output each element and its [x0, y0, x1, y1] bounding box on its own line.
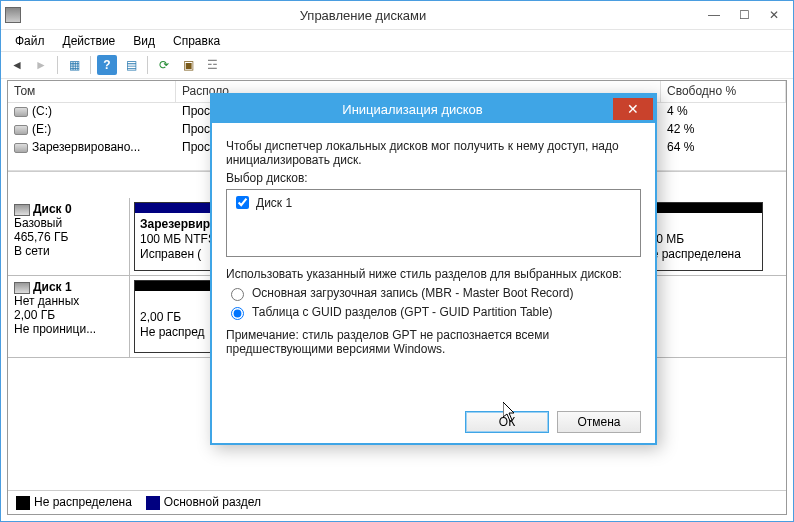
swatch-primary [146, 496, 160, 510]
menu-file[interactable]: Файл [7, 32, 53, 50]
ok-button[interactable]: ОК [465, 411, 549, 433]
disk-checkbox-item[interactable]: Диск 1 [232, 193, 635, 212]
disk-label[interactable]: Диск 0 Базовый 465,76 ГБ В сети [8, 198, 130, 275]
swatch-unallocated [16, 496, 30, 510]
forward-button[interactable]: ► [31, 55, 51, 75]
disk-select-list[interactable]: Диск 1 [226, 189, 641, 257]
disk-label[interactable]: Диск 1 Нет данных 2,00 ГБ Не проиници... [8, 276, 130, 357]
dialog-intro: Чтобы диспетчер локальных дисков мог пол… [226, 139, 641, 167]
volume-name: (C:) [8, 103, 176, 121]
window-title: Управление дисками [27, 8, 699, 23]
menubar: Файл Действие Вид Справка [1, 29, 793, 51]
col-free[interactable]: Свободно % [661, 81, 786, 103]
toolbar: ◄ ► ▦ ? ▤ ⟳ ▣ ☲ [1, 51, 793, 79]
dialog-note: Примечание: стиль разделов GPT не распоз… [226, 328, 641, 356]
titlebar: Управление дисками — ☐ ✕ [1, 1, 793, 29]
disk-management-window: Управление дисками — ☐ ✕ Файл Действие В… [0, 0, 794, 522]
drive-icon [14, 125, 28, 135]
refresh-icon[interactable]: ⟳ [154, 55, 174, 75]
mbr-radio[interactable] [231, 288, 244, 301]
initialize-disk-dialog: Инициализация дисков ✕ Чтобы диспетчер л… [210, 93, 657, 445]
volume-free: 4 % [661, 103, 786, 121]
minimize-button[interactable]: — [699, 5, 729, 25]
disk-icon [14, 282, 30, 294]
dialog-titlebar[interactable]: Инициализация дисков ✕ [212, 95, 655, 123]
drive-icon [14, 143, 28, 153]
disk-select-label: Выбор дисков: [226, 171, 641, 185]
help-icon[interactable]: ? [97, 55, 117, 75]
drive-icon [14, 107, 28, 117]
close-button[interactable]: ✕ [759, 5, 789, 25]
detail-view-icon[interactable]: ▤ [121, 55, 141, 75]
disk-icon [14, 204, 30, 216]
menu-action[interactable]: Действие [55, 32, 124, 50]
dialog-close-button[interactable]: ✕ [613, 98, 653, 120]
maximize-button[interactable]: ☐ [729, 5, 759, 25]
gpt-radio[interactable] [231, 307, 244, 320]
radio-gpt[interactable]: Таблица с GUID разделов (GPT - GUID Part… [226, 304, 641, 320]
cancel-button[interactable]: Отмена [557, 411, 641, 433]
partition-style-label: Использовать указанный ниже стиль раздел… [226, 267, 641, 281]
radio-mbr[interactable]: Основная загрузочная запись (MBR - Maste… [226, 285, 641, 301]
menu-view[interactable]: Вид [125, 32, 163, 50]
dialog-title: Инициализация дисков [212, 102, 613, 117]
rescan-icon[interactable]: ▣ [178, 55, 198, 75]
app-icon [5, 7, 21, 23]
properties-icon[interactable]: ☲ [202, 55, 222, 75]
legend: Не распределена Основной раздел [8, 490, 786, 514]
col-volume[interactable]: Том [8, 81, 176, 103]
back-button[interactable]: ◄ [7, 55, 27, 75]
menu-help[interactable]: Справка [165, 32, 228, 50]
disk1-checkbox[interactable] [236, 196, 249, 209]
view-button[interactable]: ▦ [64, 55, 84, 75]
